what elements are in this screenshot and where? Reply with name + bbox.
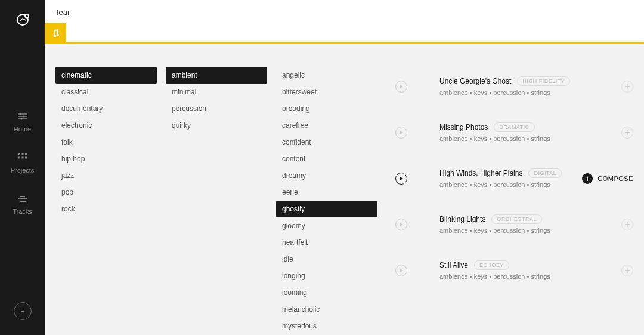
nav-projects[interactable]: Projects — [11, 153, 35, 174]
play-button[interactable] — [395, 127, 407, 139]
track-info: Missing PhotosDRAMATICambience • keys • … — [422, 122, 607, 142]
left-sidebar: Home Projects Tracks F — [0, 0, 45, 335]
music-note-icon — [51, 29, 60, 37]
style-item[interactable]: percussion — [166, 100, 267, 117]
compose-button[interactable]: +COMPOSE — [582, 173, 633, 184]
compose-label: COMPOSE — [597, 175, 633, 182]
genre-column: cinematicclassicaldocumentaryelectronicf… — [55, 67, 157, 335]
tab-music[interactable] — [45, 23, 66, 42]
genre-item[interactable]: pop — [55, 184, 157, 201]
mood-item[interactable]: content — [276, 150, 377, 167]
track-row: Still AliveECHOEYambience • keys • percu… — [395, 251, 633, 297]
content-area: cinematicclassicaldocumentaryelectronicf… — [45, 44, 644, 335]
svg-rect-9 — [21, 153, 23, 155]
track-tag: DRAMATIC — [494, 122, 534, 132]
nav-label: Tracks — [13, 208, 32, 215]
mood-item[interactable]: dreamy — [276, 167, 377, 184]
mood-item[interactable]: brooding — [276, 100, 377, 117]
track-title[interactable]: High Winds, Higher Plains — [439, 169, 522, 177]
track-title-row: High Winds, Higher PlainsDIGITAL — [439, 168, 568, 178]
add-button[interactable]: + — [621, 81, 633, 93]
plus-icon: + — [624, 265, 630, 276]
nav-home[interactable]: Home — [14, 112, 31, 133]
track-instruments: ambience • keys • percussion • strings — [439, 135, 607, 142]
track-instruments: ambience • keys • percussion • strings — [439, 273, 607, 280]
svg-rect-11 — [18, 157, 20, 159]
mood-item[interactable]: idle — [276, 251, 377, 268]
genre-item[interactable]: folk — [55, 134, 157, 150]
genre-item[interactable]: rock — [55, 201, 157, 217]
play-button[interactable] — [395, 173, 407, 185]
track-info: Blinking LightsORCHESTRALambience • keys… — [422, 214, 607, 234]
track-title-row: Blinking LightsORCHESTRAL — [439, 214, 607, 224]
play-icon — [400, 85, 403, 88]
mood-item[interactable]: looming — [276, 284, 377, 301]
track-tag: ECHOEY — [474, 260, 509, 270]
play-button[interactable] — [395, 81, 407, 93]
svg-point-7 — [20, 118, 22, 120]
style-item[interactable]: ambient — [166, 67, 267, 84]
track-title-row: Uncle Georgie's GhostHIGH FIDELITY — [439, 76, 607, 86]
mood-item[interactable]: confident — [276, 134, 377, 150]
style-item[interactable]: quirky — [166, 117, 267, 134]
track-title-row: Still AliveECHOEY — [439, 260, 607, 270]
mood-item[interactable]: ghostly — [276, 201, 377, 217]
track-title[interactable]: Uncle Georgie's Ghost — [439, 77, 511, 85]
tab-bar — [45, 23, 644, 44]
genre-item[interactable]: electronic — [55, 117, 157, 134]
nav-tracks[interactable]: Tracks — [13, 195, 32, 215]
track-instruments: ambience • keys • percussion • strings — [439, 181, 568, 188]
mood-item[interactable]: melancholic — [276, 301, 377, 318]
svg-point-1 — [25, 14, 29, 18]
main-area: fear cinematicclassicaldocumentaryelectr… — [45, 0, 644, 335]
add-button[interactable]: + — [621, 219, 633, 230]
track-instruments: ambience • keys • percussion • strings — [439, 227, 607, 234]
svg-point-5 — [23, 116, 24, 118]
genre-item[interactable]: documentary — [55, 100, 157, 117]
mood-item[interactable]: longing — [276, 268, 377, 284]
mood-item[interactable]: mysterious — [276, 318, 377, 334]
add-button[interactable]: + — [621, 265, 633, 276]
genre-item[interactable]: cinematic — [55, 67, 157, 84]
svg-rect-10 — [25, 153, 27, 155]
plus-icon: + — [624, 219, 630, 230]
play-icon — [400, 269, 403, 272]
genre-item[interactable]: hip hop — [55, 150, 157, 167]
nav-label: Projects — [11, 167, 35, 174]
add-button[interactable]: + — [621, 127, 633, 139]
avatar[interactable]: F — [14, 302, 32, 320]
mood-item[interactable]: angelic — [276, 67, 377, 84]
search-input[interactable]: fear — [57, 8, 70, 17]
play-button[interactable] — [395, 219, 407, 230]
track-title[interactable]: Still Alive — [439, 261, 468, 269]
genre-item[interactable]: jazz — [55, 167, 157, 184]
svg-point-3 — [19, 113, 21, 115]
grid-icon — [17, 153, 28, 162]
genre-item[interactable]: classical — [55, 84, 157, 100]
track-instruments: ambience • keys • percussion • strings — [439, 89, 607, 96]
track-title[interactable]: Blinking Lights — [439, 215, 485, 223]
play-icon — [400, 177, 403, 180]
avatar-initial: F — [20, 308, 24, 315]
mood-item[interactable]: carefree — [276, 117, 377, 134]
mood-item[interactable]: bittersweet — [276, 84, 377, 100]
style-item[interactable]: minimal — [166, 84, 267, 100]
track-row: Blinking LightsORCHESTRALambience • keys… — [395, 205, 633, 251]
mood-item[interactable]: heartfelt — [276, 234, 377, 251]
mood-item[interactable]: eerie — [276, 184, 377, 201]
logo[interactable] — [14, 11, 32, 29]
track-info: Still AliveECHOEYambience • keys • percu… — [422, 260, 607, 280]
lines-icon — [17, 195, 28, 203]
track-tag: DIGITAL — [528, 168, 562, 178]
mood-column: angelicbittersweetbroodingcarefreeconfid… — [276, 67, 377, 335]
svg-rect-13 — [25, 157, 27, 159]
mood-item[interactable]: gloomy — [276, 217, 377, 234]
svg-rect-12 — [21, 157, 23, 159]
track-row: High Winds, Higher PlainsDIGITALambience… — [395, 159, 633, 205]
track-title[interactable]: Missing Photos — [439, 123, 488, 131]
search-header: fear — [45, 0, 644, 23]
play-icon — [400, 223, 403, 226]
play-button[interactable] — [395, 265, 407, 276]
track-title-row: Missing PhotosDRAMATIC — [439, 122, 607, 132]
logo-icon — [15, 12, 30, 27]
